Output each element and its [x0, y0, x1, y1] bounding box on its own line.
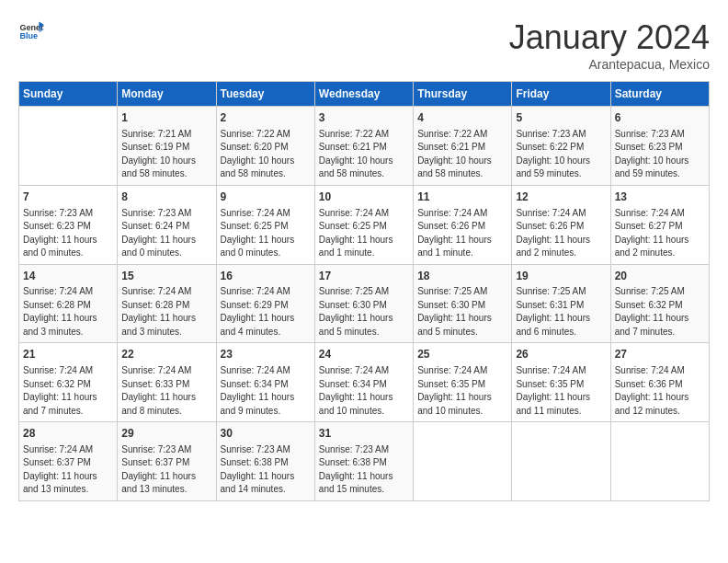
calendar-cell: [19, 107, 118, 186]
day-number: 21: [23, 347, 113, 362]
calendar-cell: 15Sunrise: 7:24 AM Sunset: 6:28 PM Dayli…: [118, 264, 216, 343]
calendar-header-row: SundayMondayTuesdayWednesdayThursdayFrid…: [19, 82, 710, 107]
day-info: Sunrise: 7:25 AM Sunset: 6:30 PM Dayligh…: [417, 285, 507, 339]
calendar-cell: 30Sunrise: 7:23 AM Sunset: 6:38 PM Dayli…: [216, 422, 314, 501]
day-number: 29: [121, 426, 211, 442]
calendar-cell: 2Sunrise: 7:22 AM Sunset: 6:20 PM Daylig…: [216, 107, 314, 186]
day-info: Sunrise: 7:25 AM Sunset: 6:32 PM Dayligh…: [615, 285, 705, 339]
day-number: 20: [615, 269, 705, 284]
day-info: Sunrise: 7:25 AM Sunset: 6:31 PM Dayligh…: [516, 285, 606, 339]
day-header-sunday: Sunday: [19, 82, 118, 107]
logo-icon: General Blue: [18, 18, 44, 44]
calendar-cell: [512, 422, 610, 501]
day-number: 1: [121, 110, 211, 126]
header: General Blue January 2024 Arantepacua, M…: [18, 18, 710, 72]
calendar-cell: 14Sunrise: 7:24 AM Sunset: 6:28 PM Dayli…: [19, 264, 118, 343]
day-info: Sunrise: 7:24 AM Sunset: 6:32 PM Dayligh…: [23, 364, 113, 418]
calendar-cell: 18Sunrise: 7:25 AM Sunset: 6:30 PM Dayli…: [414, 264, 512, 343]
day-header-monday: Monday: [118, 82, 216, 107]
calendar-cell: 28Sunrise: 7:24 AM Sunset: 6:37 PM Dayli…: [19, 422, 118, 501]
day-info: Sunrise: 7:23 AM Sunset: 6:38 PM Dayligh…: [221, 443, 311, 497]
calendar-cell: [414, 422, 512, 501]
calendar-table: SundayMondayTuesdayWednesdayThursdayFrid…: [18, 81, 710, 501]
logo: General Blue: [18, 18, 44, 44]
day-number: 24: [319, 347, 409, 362]
day-number: 27: [615, 347, 705, 362]
day-number: 6: [615, 110, 705, 126]
day-header-wednesday: Wednesday: [314, 82, 413, 107]
calendar-cell: 31Sunrise: 7:23 AM Sunset: 6:38 PM Dayli…: [314, 422, 413, 501]
day-number: 23: [221, 347, 311, 362]
day-info: Sunrise: 7:23 AM Sunset: 6:24 PM Dayligh…: [121, 207, 211, 260]
calendar-cell: 25Sunrise: 7:24 AM Sunset: 6:35 PM Dayli…: [414, 343, 512, 422]
day-header-tuesday: Tuesday: [216, 82, 314, 107]
day-number: 11: [417, 190, 507, 205]
day-info: Sunrise: 7:21 AM Sunset: 6:19 PM Dayligh…: [121, 128, 211, 181]
week-row-2: 7Sunrise: 7:23 AM Sunset: 6:23 PM Daylig…: [19, 185, 710, 264]
day-number: 19: [516, 269, 606, 284]
day-info: Sunrise: 7:24 AM Sunset: 6:25 PM Dayligh…: [221, 207, 311, 260]
day-info: Sunrise: 7:24 AM Sunset: 6:28 PM Dayligh…: [121, 285, 211, 339]
calendar-cell: 1Sunrise: 7:21 AM Sunset: 6:19 PM Daylig…: [118, 107, 216, 186]
calendar-cell: 20Sunrise: 7:25 AM Sunset: 6:32 PM Dayli…: [610, 264, 709, 343]
day-info: Sunrise: 7:24 AM Sunset: 6:28 PM Dayligh…: [23, 285, 113, 339]
day-info: Sunrise: 7:24 AM Sunset: 6:35 PM Dayligh…: [417, 364, 507, 418]
day-info: Sunrise: 7:23 AM Sunset: 6:22 PM Dayligh…: [516, 128, 606, 181]
calendar-cell: [610, 422, 709, 501]
calendar-cell: 17Sunrise: 7:25 AM Sunset: 6:30 PM Dayli…: [314, 264, 413, 343]
calendar-cell: 19Sunrise: 7:25 AM Sunset: 6:31 PM Dayli…: [512, 264, 610, 343]
day-info: Sunrise: 7:24 AM Sunset: 6:37 PM Dayligh…: [23, 443, 113, 497]
title-area: January 2024 Arantepacua, Mexico: [509, 18, 710, 72]
day-number: 10: [319, 190, 409, 205]
day-header-friday: Friday: [512, 82, 610, 107]
day-number: 13: [615, 190, 705, 205]
calendar-cell: 9Sunrise: 7:24 AM Sunset: 6:25 PM Daylig…: [216, 185, 314, 264]
calendar-cell: 21Sunrise: 7:24 AM Sunset: 6:32 PM Dayli…: [19, 343, 118, 422]
calendar-cell: 16Sunrise: 7:24 AM Sunset: 6:29 PM Dayli…: [216, 264, 314, 343]
day-number: 16: [221, 269, 311, 284]
day-info: Sunrise: 7:23 AM Sunset: 6:38 PM Dayligh…: [319, 443, 409, 497]
calendar-cell: 4Sunrise: 7:22 AM Sunset: 6:21 PM Daylig…: [414, 107, 512, 186]
day-info: Sunrise: 7:24 AM Sunset: 6:26 PM Dayligh…: [516, 207, 606, 260]
calendar-cell: 3Sunrise: 7:22 AM Sunset: 6:21 PM Daylig…: [314, 107, 413, 186]
day-info: Sunrise: 7:24 AM Sunset: 6:29 PM Dayligh…: [221, 285, 311, 339]
day-number: 18: [417, 269, 507, 284]
calendar-cell: 8Sunrise: 7:23 AM Sunset: 6:24 PM Daylig…: [118, 185, 216, 264]
calendar-cell: 6Sunrise: 7:23 AM Sunset: 6:23 PM Daylig…: [610, 107, 709, 186]
week-row-4: 21Sunrise: 7:24 AM Sunset: 6:32 PM Dayli…: [19, 343, 710, 422]
day-info: Sunrise: 7:24 AM Sunset: 6:34 PM Dayligh…: [319, 364, 409, 418]
day-info: Sunrise: 7:24 AM Sunset: 6:36 PM Dayligh…: [615, 364, 705, 418]
calendar-cell: 11Sunrise: 7:24 AM Sunset: 6:26 PM Dayli…: [414, 185, 512, 264]
calendar-cell: 10Sunrise: 7:24 AM Sunset: 6:25 PM Dayli…: [314, 185, 413, 264]
calendar-cell: 23Sunrise: 7:24 AM Sunset: 6:34 PM Dayli…: [216, 343, 314, 422]
day-number: 7: [23, 190, 113, 205]
day-number: 25: [417, 347, 507, 362]
subtitle: Arantepacua, Mexico: [509, 57, 710, 72]
day-number: 31: [319, 426, 409, 442]
day-info: Sunrise: 7:23 AM Sunset: 6:23 PM Dayligh…: [23, 207, 113, 260]
day-info: Sunrise: 7:24 AM Sunset: 6:25 PM Dayligh…: [319, 207, 409, 260]
day-info: Sunrise: 7:24 AM Sunset: 6:35 PM Dayligh…: [516, 364, 606, 418]
day-info: Sunrise: 7:23 AM Sunset: 6:23 PM Dayligh…: [615, 128, 705, 181]
day-info: Sunrise: 7:24 AM Sunset: 6:27 PM Dayligh…: [615, 207, 705, 260]
week-row-5: 28Sunrise: 7:24 AM Sunset: 6:37 PM Dayli…: [19, 422, 710, 501]
day-info: Sunrise: 7:24 AM Sunset: 6:26 PM Dayligh…: [417, 207, 507, 260]
day-info: Sunrise: 7:24 AM Sunset: 6:34 PM Dayligh…: [221, 364, 311, 418]
day-number: 28: [23, 426, 113, 442]
day-number: 30: [221, 426, 311, 442]
svg-text:Blue: Blue: [19, 31, 38, 40]
day-number: 3: [319, 110, 409, 126]
month-title: January 2024: [509, 18, 710, 57]
calendar-cell: 26Sunrise: 7:24 AM Sunset: 6:35 PM Dayli…: [512, 343, 610, 422]
day-number: 9: [221, 190, 311, 205]
calendar-cell: 22Sunrise: 7:24 AM Sunset: 6:33 PM Dayli…: [118, 343, 216, 422]
day-number: 26: [516, 347, 606, 362]
calendar-cell: 13Sunrise: 7:24 AM Sunset: 6:27 PM Dayli…: [610, 185, 709, 264]
day-number: 15: [121, 269, 211, 284]
day-number: 22: [121, 347, 211, 362]
calendar-cell: 24Sunrise: 7:24 AM Sunset: 6:34 PM Dayli…: [314, 343, 413, 422]
day-info: Sunrise: 7:22 AM Sunset: 6:21 PM Dayligh…: [319, 128, 409, 181]
day-info: Sunrise: 7:22 AM Sunset: 6:21 PM Dayligh…: [417, 128, 507, 181]
calendar-cell: 7Sunrise: 7:23 AM Sunset: 6:23 PM Daylig…: [19, 185, 118, 264]
day-number: 8: [121, 190, 211, 205]
